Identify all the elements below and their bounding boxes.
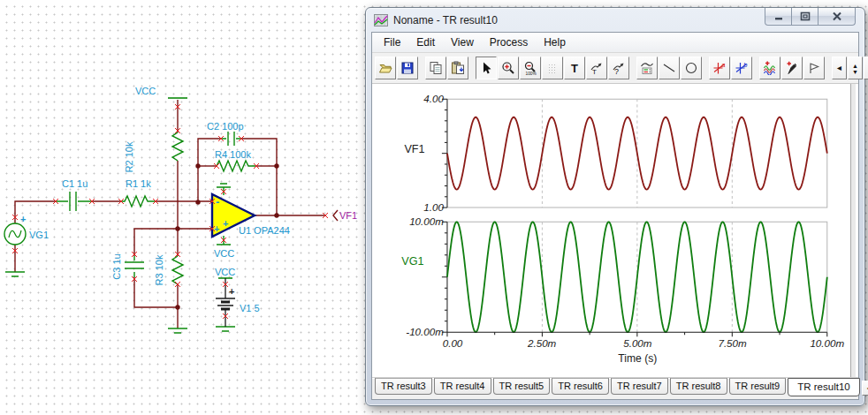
toolbar-ellipse-tool-button[interactable]	[681, 57, 702, 79]
restore-button[interactable]	[791, 8, 819, 26]
toolbar-legend-button[interactable]	[636, 57, 658, 79]
y-tick-label: 1.00	[423, 201, 444, 213]
toolbar-group	[759, 57, 826, 79]
ground-symbol-r3	[168, 328, 187, 333]
minimize-icon	[773, 12, 784, 21]
legend-icon	[640, 61, 654, 75]
toolbar-nav-spinner-button[interactable]: ▲▼	[848, 57, 863, 79]
output-bracket	[333, 210, 338, 221]
resistor-r1[interactable]	[121, 196, 156, 207]
x-axis-title: Time (s)	[618, 352, 657, 365]
close-button[interactable]	[818, 8, 856, 26]
svg-text:▼: ▼	[852, 69, 858, 75]
tab-tr-result3[interactable]: TR result3	[375, 378, 432, 395]
toolbar-save-button[interactable]	[397, 57, 418, 79]
toolbar-nav-left-button[interactable]: ◄	[832, 57, 847, 79]
tab-tr-result9[interactable]: TR result9	[729, 378, 787, 395]
text-icon: T	[567, 61, 582, 75]
toolbar-copy-button[interactable]	[425, 57, 446, 79]
capacitor-c3[interactable]	[125, 256, 144, 277]
resistor-r3[interactable]	[172, 256, 183, 284]
restore-icon	[800, 11, 811, 21]
toolbar-annotate-text-button[interactable]: T	[586, 57, 607, 79]
label-c3: C3 1u	[111, 253, 122, 279]
tab-tr-result7[interactable]: TR result7	[611, 378, 668, 395]
toolbar-select-cursor-button[interactable]	[476, 57, 497, 79]
x-tick-label: 7.50m	[718, 337, 747, 349]
minimize-button[interactable]	[765, 8, 792, 26]
toolbar-nav-group: ◄▲▼►	[832, 57, 868, 79]
toolbar-probe-button[interactable]	[781, 57, 803, 79]
toolbar-add-curves-button[interactable]	[759, 57, 780, 79]
x-tick-label: 10.00m	[810, 337, 844, 349]
label-v1: V1 5	[240, 303, 260, 313]
ground-symbol-v1	[216, 327, 235, 331]
opamp-minus-mark: -	[216, 195, 219, 208]
client-right-strip	[850, 84, 857, 377]
menu-item-help[interactable]: Help	[536, 34, 574, 51]
battery-plus-mark: +	[229, 286, 234, 297]
label-c2: C2 100p	[207, 121, 244, 132]
tab-tr-result8[interactable]: TR result8	[670, 378, 727, 395]
window-controls	[765, 8, 856, 26]
pin-marks	[12, 104, 328, 319]
toolbar-marker-button[interactable]	[803, 57, 825, 79]
menu-item-process[interactable]: Process	[482, 34, 536, 51]
resistor-r4[interactable]	[217, 161, 256, 171]
zoom-out-100-icon: 100%	[523, 61, 537, 75]
result-window: Noname - TR result10 FileEditViewProcess…	[365, 7, 865, 406]
label-u1: U1 OPA244	[239, 225, 290, 236]
label-r3: R3 10k	[154, 254, 164, 285]
grid-icon	[545, 61, 560, 75]
capacitor-c1[interactable]	[56, 192, 92, 211]
zoom-in-icon	[501, 61, 515, 75]
tab-tr-result4[interactable]: TR result4	[434, 378, 491, 395]
label-c1: C1 1u	[62, 178, 88, 189]
y-tick-label: 4.00	[423, 93, 444, 104]
toolbar-zoom-out-100-button[interactable]: 100%	[520, 57, 541, 79]
svg-text:b: b	[743, 61, 748, 69]
x-tick-label: 5.00m	[623, 337, 652, 349]
toolbar-cursor-a-button[interactable]: a	[709, 57, 730, 79]
cursor-a-icon: a	[712, 61, 727, 75]
opamp-supply-top-pin	[217, 184, 231, 195]
toolbar-grid-button[interactable]	[542, 57, 563, 79]
svg-text:▲: ▲	[852, 63, 858, 69]
marker-icon	[807, 61, 821, 75]
x-tick-label: 0.00	[443, 337, 463, 349]
toolbar-paste-button[interactable]	[447, 57, 468, 79]
tr-result-chart: VF1 VG1 4.00 1.00 10.00m -10.00m 0.00 2.…	[372, 84, 845, 378]
tab-tr-result6[interactable]: TR result6	[552, 378, 609, 395]
opamp-plus-input-mark: +	[214, 223, 219, 234]
menu-item-edit[interactable]: Edit	[408, 34, 443, 51]
wires	[15, 100, 325, 328]
tab-scroll-left-button[interactable]: ◄	[862, 381, 868, 396]
label-vcc-opamp: VCC	[214, 248, 234, 259]
toolbar: 100%TT?ab◄▲▼►	[372, 53, 858, 84]
toolbar-text-button[interactable]: T	[564, 57, 585, 79]
menu-item-file[interactable]: File	[376, 34, 408, 51]
label-vcc-top: VCC	[135, 86, 156, 96]
vg1-curve-label: VG1	[401, 255, 423, 268]
menu-item-view[interactable]: View	[443, 34, 482, 51]
toolbar-line-tool-button[interactable]	[659, 57, 680, 79]
capacitor-c2[interactable]	[221, 132, 241, 146]
resistor-r2[interactable]	[172, 132, 183, 161]
toolbar-cursor-b-button[interactable]: b	[731, 57, 752, 79]
annotate-question-icon: ?	[612, 61, 626, 75]
tab-tr-result5[interactable]: TR result5	[493, 378, 551, 395]
label-r4: R4 100k	[215, 149, 251, 160]
copy-icon	[429, 61, 443, 75]
toolbar-zoom-in-button[interactable]	[498, 57, 519, 79]
svg-text:?: ?	[614, 67, 619, 75]
cursor-b-icon: b	[735, 61, 749, 75]
source-vg1[interactable]	[4, 223, 26, 245]
vg1-plus-mark: +	[20, 214, 26, 224]
line-tool-icon	[662, 61, 676, 75]
toolbar-annotate-question-button[interactable]: ?	[608, 57, 629, 79]
toolbar-nav-right-button[interactable]: ►	[864, 57, 868, 79]
plot-area: VF1 VG1 4.00 1.00 10.00m -10.00m 0.00 2.…	[372, 84, 858, 378]
tab-tr-result10[interactable]: TR result10	[788, 378, 859, 396]
toolbar-open-button[interactable]	[375, 57, 396, 79]
ground-symbol-vg1	[5, 272, 25, 276]
